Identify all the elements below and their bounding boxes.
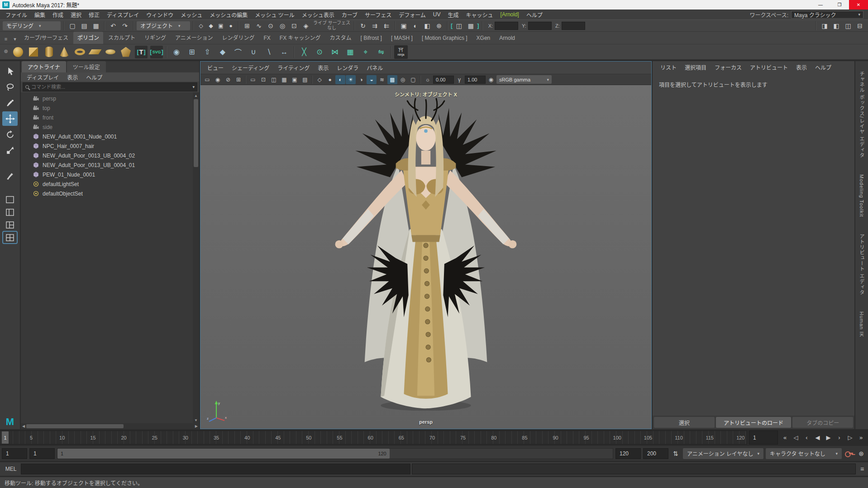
shelf-gear-icon[interactable]: ⊛ [2,48,10,56]
shaded-icon[interactable]: ● [325,75,335,84]
script-editor-icon[interactable]: ≡ [857,464,867,474]
poly-torus-icon[interactable] [72,45,87,59]
outliner-item-persp[interactable]: persp [21,94,193,103]
redo-icon[interactable]: ↷ [119,21,130,31]
viewport-menu-lighting[interactable]: ライティング [273,63,314,72]
poly-cylinder-icon[interactable] [42,45,56,59]
viewport-menu-show[interactable]: 表示 [314,63,333,72]
use-all-lights-icon[interactable]: ☀ [346,75,356,84]
outliner-item-default-object-set[interactable]: defaultObjectSet [21,189,193,198]
shelf-tab-custom[interactable]: カスタム [326,32,356,44]
symmetry-icon[interactable]: ⇋ [374,45,388,59]
outliner-item-mesh[interactable]: NPC_Hair_0007_hair [21,141,193,151]
menu-windows[interactable]: ウィンドウ [143,10,177,20]
character-set-selector[interactable]: キャラクタ セットなし ▾ [766,448,842,459]
gamma-icon[interactable]: γ [454,75,464,84]
step-back-frame-button[interactable]: ◁ [791,431,801,445]
current-time-field[interactable]: 1 [749,431,778,445]
shelf-tab-curves-surfaces[interactable]: カーブ/サーフェス [20,32,72,44]
exposure-field[interactable]: 0.00 [433,76,454,84]
type-tool-icon[interactable]: [T] [134,45,148,59]
command-line-language-label[interactable]: MEL [1,466,21,472]
smooth-mesh-icon[interactable]: ◉ [169,45,184,59]
menu-mesh[interactable]: メッシュ [177,10,206,20]
copy-tab-button[interactable]: タブのコピー [792,417,853,428]
gate-mask-icon[interactable]: ◫ [269,75,279,84]
viewport-preview-icon[interactable]: ▦ [465,21,476,31]
toggle-channel-box-icon[interactable]: ◨ [819,21,830,31]
select-camera-icon[interactable]: ◉ [213,75,223,84]
scroll-right-icon[interactable]: ▶ [195,424,198,429]
command-search-input[interactable] [31,84,190,90]
exposure-icon[interactable]: ☼ [423,75,433,84]
scroll-down-icon[interactable]: ▼ [194,417,198,423]
color-management-icon[interactable]: ◉ [486,75,496,84]
menu-mesh-tools[interactable]: メッシュ ツール [251,10,298,20]
menu-cache[interactable]: キャッシュ [463,10,497,20]
poly-sphere-icon[interactable] [11,45,25,59]
render-settings-icon[interactable]: ⊛ [434,21,444,31]
outliner-item-mesh[interactable]: NEW_Adult_Poor_0013_UB_0004_01 [21,160,193,170]
scale-tool[interactable] [2,143,18,158]
connect-tool-icon[interactable]: ⋈ [328,45,342,59]
ipr-render-icon[interactable]: ◐ [410,21,421,31]
menu-select[interactable]: 選択 [67,10,85,20]
open-scene-icon[interactable]: ▤ [79,21,90,31]
ae-menu-list[interactable]: リスト [656,62,681,72]
construction-history-icon[interactable]: ↻ [358,21,368,31]
play-backwards-button[interactable]: ◀ [812,431,823,445]
menu-modify[interactable]: 修正 [85,10,103,20]
menu-uv[interactable]: UV [429,10,444,19]
scrollbar-thumb[interactable] [26,424,123,428]
render-view-icon[interactable]: ◧ [422,21,433,31]
mask-asset-icon[interactable]: ● [226,21,235,31]
outliner-horizontal-scrollbar[interactable]: ◀ ▶ [21,423,199,429]
step-forward-frame-button[interactable]: ▷ [845,431,855,445]
menu-arnold[interactable]: [Arnold] [497,10,523,19]
maximize-button[interactable]: ❐ [830,0,849,10]
layout-two-pane-button[interactable] [3,206,17,218]
go-to-start-button[interactable]: « [780,431,790,445]
shelf-tab-rendering[interactable]: レンダリング [218,32,258,44]
command-line-input[interactable] [21,464,410,474]
menu-deform[interactable]: デフォーム [395,10,429,20]
shelf-tab-mash[interactable]: [ MASH ] [387,33,417,44]
shelf-tab-polygons[interactable]: ポリゴン [73,32,103,44]
film-gate-icon[interactable]: ▭ [248,75,258,84]
lasso-tool[interactable] [2,80,18,94]
play-forwards-button[interactable]: ▶ [823,431,834,445]
scroll-left-icon[interactable]: ◀ [22,424,25,429]
render-current-frame-icon[interactable]: ▣ [398,21,409,31]
outliner-list[interactable]: persp top front side NEW_Adult_0001_Nude… [21,92,193,423]
range-slider-track[interactable]: 1 120 [57,448,613,459]
ae-menu-show[interactable]: 表示 [792,62,811,72]
ambient-occlusion-icon[interactable]: ◒ [367,75,377,84]
snap-view-plane-icon[interactable]: ⊡ [289,21,300,31]
menu-surfaces[interactable]: サーフェス [361,10,395,20]
menu-mesh-display[interactable]: メッシュ表示 [298,10,338,20]
range-slider-bar[interactable]: 1 120 [57,449,390,459]
layout-four-pane-button[interactable] [3,232,17,243]
layout-three-pane-button[interactable] [3,219,17,230]
viewport-menu-shading[interactable]: シェーディング [228,63,273,72]
tab-attribute-editor[interactable]: アトリビュート エディタ [858,234,865,295]
poly-cone-icon[interactable] [57,45,72,59]
layout-single-pane-button[interactable] [3,194,17,205]
shadows-icon[interactable]: ◑ [356,75,366,84]
snap-curve-icon[interactable]: ∿ [253,21,264,31]
character-model[interactable] [322,91,530,414]
tab-tool-settings[interactable]: ツール設定 [67,61,106,72]
scroll-up-icon[interactable]: ▲ [194,93,198,98]
multi-cut-icon[interactable]: ╳ [297,45,311,59]
viewport-menu-view[interactable]: ビュー [203,63,228,72]
mask-hierarchy-icon[interactable]: ◇ [196,21,205,31]
outliner-item-front[interactable]: front [21,113,193,122]
tab-outliner[interactable]: アウトライナ [22,61,66,72]
step-back-key-button[interactable]: ‹ [801,431,812,445]
menu-edit-mesh[interactable]: メッシュの編集 [206,10,251,20]
ae-menu-selected[interactable]: 選択項目 [681,62,711,72]
outliner-menu-help[interactable]: ヘルプ [82,72,106,82]
scrollbar-track[interactable] [194,98,198,417]
lock-camera-icon[interactable]: ⊘ [223,75,233,84]
shelf-tab-fx[interactable]: FX [260,33,275,44]
